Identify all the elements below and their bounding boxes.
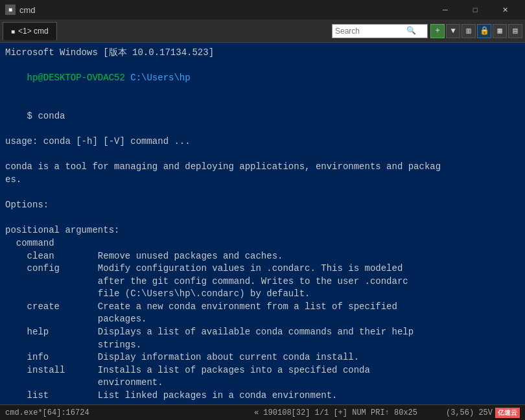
terminal-line-20: strings.	[5, 339, 520, 352]
dropdown-button[interactable]: ▼	[446, 24, 460, 38]
app-icon: ■	[5, 5, 16, 15]
terminal-line-17: create Create a new conda environment fr…	[5, 301, 520, 314]
terminal-line-21: info Display information about current c…	[5, 351, 520, 364]
toolbar-right-buttons: + ▼ ▥ 🔒 ▦ ▤	[430, 24, 522, 38]
prompt-user: hp@DESKTOP-OVDAC52	[27, 73, 125, 83]
terminal-line-prompt: hp@DESKTOP-OVDAC52 C:\Users\hp	[5, 60, 520, 98]
tab-cmd[interactable]: ■ <1> cmd	[3, 22, 57, 40]
terminal-line-12: command	[5, 237, 520, 250]
minimize-button[interactable]: ─	[430, 0, 460, 19]
search-input[interactable]	[335, 27, 406, 36]
terminal-line-10	[5, 212, 520, 225]
layout-button1[interactable]: ▥	[461, 24, 476, 38]
terminal-line-7: es.	[5, 174, 520, 187]
terminal-line-22: install Installs a list of packages into…	[5, 364, 520, 377]
cmd-text: conda	[38, 111, 65, 121]
status-bar: cmd.exe*[64]:16724 « 190108[32] 1/1 [+] …	[0, 404, 525, 420]
prompt-dollar: $	[27, 111, 38, 121]
terminal-line-11: positional arguments:	[5, 224, 520, 237]
terminal-line-14: config Modify configuration values in .c…	[5, 262, 520, 275]
terminal-line-18: packages.	[5, 313, 520, 326]
terminal-line-5	[5, 148, 520, 161]
window-controls: ─ □ ✕	[430, 0, 520, 19]
toolbar: ■ <1> cmd 🔍 + ▼ ▥ 🔒 ▦ ▤	[0, 19, 525, 43]
status-left: cmd.exe*[64]:16724	[5, 408, 226, 417]
prompt-path: C:\Users\hp	[125, 73, 191, 83]
status-right: (3,56) 25V 亿速云	[446, 408, 520, 418]
terminal-line-1: Microsoft Windows [版本 10.0.17134.523]	[5, 47, 520, 60]
terminal-line-19: help Displays a list of available conda …	[5, 326, 520, 339]
terminal-line-cmd: $ conda	[5, 97, 520, 135]
terminal-line-8	[5, 187, 520, 200]
terminal-line-4: usage: conda [-h] [-V] command ...	[5, 135, 520, 148]
terminal-line-23: environment.	[5, 377, 520, 390]
title-bar: ■ cmd ─ □ ✕	[0, 0, 525, 19]
terminal-line-15: after the git config command. Writes to …	[5, 275, 520, 288]
tab-label: <1> cmd	[18, 27, 49, 36]
tab-icon: ■	[11, 28, 15, 35]
layout-button3[interactable]: ▤	[508, 24, 522, 38]
terminal-line-9: Options:	[5, 199, 520, 212]
close-button[interactable]: ✕	[490, 0, 520, 19]
terminal-line-24: list List linked packages in a conda env…	[5, 390, 520, 402]
terminal-area[interactable]: Microsoft Windows [版本 10.0.17134.523] hp…	[0, 43, 525, 404]
terminal-line-16: file (C:\Users\hp\.condarc) by default.	[5, 288, 520, 301]
title-bar-text: cmd	[19, 5, 36, 15]
terminal-line-6: conda is a tool for managing and deployi…	[5, 161, 520, 174]
status-center: « 190108[32] 1/1 [+] NUM PRI↑ 80x25	[226, 408, 446, 417]
app-icon-symbol: ■	[8, 6, 12, 14]
search-icon[interactable]: 🔍	[406, 26, 416, 36]
status-position: (3,56) 25V	[446, 408, 493, 417]
brand-logo: 亿速云	[495, 408, 520, 418]
search-box[interactable]: 🔍	[332, 24, 428, 38]
lock-button[interactable]: 🔒	[477, 24, 491, 38]
terminal-line-13: clean Remove unused packages and caches.	[5, 250, 520, 263]
layout-button2[interactable]: ▦	[493, 24, 507, 38]
maximize-button[interactable]: □	[460, 0, 490, 19]
add-tab-button[interactable]: +	[430, 24, 445, 38]
